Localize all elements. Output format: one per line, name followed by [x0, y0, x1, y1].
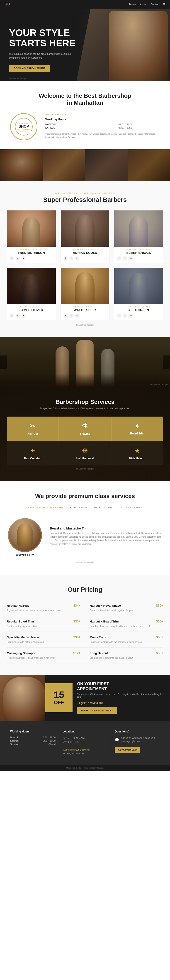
pricing-name-2: Haircut + Royal Shave: [90, 604, 121, 607]
tab-beard-trim[interactable]: BEARD AND MUSTACHE TRIM: [24, 504, 66, 511]
barber-card-2: BARBER / STYLIST ADRIAN SCOLD f t in: [61, 210, 110, 263]
discount-man: [0, 675, 45, 721]
twitter-icon-2[interactable]: t: [69, 256, 74, 261]
pricing-item-4: Haircut + Beard Trim $65+ Beard or shave…: [85, 616, 163, 632]
barbers-grid: BARBER / STYLIST FRED MORRISON f t in BA…: [7, 210, 163, 320]
pricing-price-3: $35+: [73, 620, 80, 623]
discount-phone: +1 (495) 123 456 789: [77, 702, 165, 705]
whatsapp-icon: 💬: [115, 738, 119, 742]
nav-about[interactable]: About: [140, 3, 146, 6]
footer-location-heading: Location: [63, 730, 107, 733]
twitter-icon-5[interactable]: t: [69, 313, 74, 318]
service-shaving[interactable]: ⚗ Shaving: [59, 417, 111, 441]
discount-percent: 15 OFF: [45, 683, 72, 712]
svg-text:BARBER: BARBER: [19, 123, 29, 124]
barber-photo-1: [7, 210, 56, 247]
barbers-section: WE CAN MAKE YOUR AWESOMENESS Super Profe…: [0, 181, 170, 337]
nav-logo: GO: [5, 2, 10, 6]
welcome-grid: BARBER SHOP BY MANHATTAN +98 123 456 32 …: [9, 113, 161, 140]
pricing-desc-6: Enhance your look with the permanent col…: [90, 640, 163, 644]
premium-avatar-name: WALTER LILLY: [7, 554, 43, 557]
hours-grid: MON-THU 09:00 – 21:00 SAT-SUN 09:00 – 19…: [45, 123, 161, 129]
service-kids-haircut[interactable]: ★ Kids Haircut: [111, 441, 163, 465]
instagram-icon-3[interactable]: in: [129, 256, 133, 261]
facebook-icon-2[interactable]: f: [64, 256, 67, 261]
barber-photo-6: [114, 268, 163, 304]
twitter-icon-4[interactable]: t: [16, 313, 20, 318]
slider-prev-button[interactable]: ‹: [0, 355, 7, 369]
pricing-price-8: $55+: [156, 651, 163, 655]
services-heading: Barbershop Services: [7, 398, 163, 406]
pricing-header-5: Specialty Men's Haircut $34+: [7, 635, 80, 639]
footer-contact-button[interactable]: CONTACT US NOW: [115, 747, 140, 753]
footer-info: Working Hours Mon - Fri 8:30 – 19:00 Sat…: [0, 721, 170, 765]
hours-time-1: 09:00 – 21:00: [119, 123, 161, 126]
instagram-icon-5[interactable]: in: [75, 313, 79, 318]
service-hair-removal[interactable]: ❋ Hair Removal: [59, 441, 111, 465]
footer-location-col: Location 17 Green St, New York,NY 10001,…: [59, 730, 111, 756]
service-haircut-label: Hair Cut: [27, 432, 38, 435]
welcome-info: +98 123 456 32 11 Working Hours MON-THU …: [45, 113, 161, 139]
service-beard-trim[interactable]: ♦ Beard Trim: [111, 417, 163, 441]
pricing-item-7: Massaging Shampoo $12+ Relaxing shampoo …: [7, 648, 85, 663]
footer-hours-day-1: Mon - Fri: [10, 736, 19, 739]
footer-questions-heading: Questions?: [115, 730, 160, 733]
discount-cta-button[interactable]: BOOK AN APPOINTMENT: [77, 707, 117, 714]
service-beard-label: Beard Trim: [130, 432, 144, 435]
service-coloring-label: Hair Coloring: [24, 457, 41, 460]
twitter-icon-1[interactable]: t: [16, 256, 20, 261]
svg-text:BY MANHATTAN: BY MANHATTAN: [17, 129, 30, 130]
instagram-icon-1[interactable]: in: [21, 256, 26, 261]
pricing-name-5: Specialty Men's Haircut: [7, 636, 40, 639]
instagram-icon-6[interactable]: in: [129, 313, 133, 318]
facebook-icon-1[interactable]: f: [10, 256, 14, 261]
footer-whatsapp-text: Add us on WhatsApp & send us a message r…: [121, 736, 160, 743]
footer-hours-heading: Working Hours: [10, 730, 56, 733]
book-appointment-button[interactable]: BOOK AN APPOINTMENT: [9, 65, 50, 72]
tab-cuts-fades[interactable]: CUTS AND FADES: [117, 504, 146, 511]
pricing-header-1: Regular Haircut $34+: [7, 604, 80, 607]
discount-heading: ON YOUR FIRSTAPPOINTMENT: [77, 681, 165, 691]
pricing-price-7: $12+: [73, 651, 80, 655]
gallery-cell-4: [128, 150, 170, 181]
instagram-icon-2[interactable]: in: [75, 256, 79, 261]
pricing-desc-1: A great hair cut is the best accessory a…: [7, 609, 80, 612]
tab-royal-shave[interactable]: ROYAL SHAVE: [66, 504, 90, 511]
barber-name-3: ELMER BRIGGS: [114, 251, 163, 256]
svg-text:SHOP: SHOP: [19, 124, 29, 128]
instagram-icon-4[interactable]: in: [21, 313, 26, 318]
services-section: Barbershop Services Sample text. Click t…: [0, 387, 170, 481]
footer-hours-row-2: Saturday 9:00 – 18:00: [10, 740, 56, 742]
facebook-icon-3[interactable]: f: [117, 256, 121, 261]
footer-email[interactable]: support@barber-shop.com: [63, 749, 90, 751]
services-attribution: Image from Freepik: [7, 468, 163, 470]
barber-photo-2: [61, 210, 109, 247]
services-grid: ✂ Hair Cut ⚗ Shaving ♦ Beard Trim ✦ Hair…: [7, 417, 163, 465]
welcome-section: Welcome to the Best Barbershopin Manhatt…: [0, 81, 170, 150]
premium-service-name: Beard and Mustache Trim: [50, 527, 163, 530]
facebook-icon-6[interactable]: f: [117, 313, 121, 318]
pricing-item-2: Haircut + Royal Shave $60+ Our exception…: [85, 600, 163, 616]
scissors-icon: ✂: [30, 422, 35, 430]
hero-attribution: Image from Freepik: [9, 77, 27, 80]
facebook-icon-4[interactable]: f: [10, 313, 14, 318]
twitter-icon-6[interactable]: t: [123, 313, 127, 318]
discount-body: Sample text. Click to select the text bo…: [77, 693, 165, 698]
tab-hair-coloring[interactable]: HAIR COLORING: [91, 504, 117, 511]
barber-role-4: BARBER / STYLIST: [7, 304, 56, 308]
service-haircut[interactable]: ✂ Hair Cut: [7, 417, 59, 441]
pricing-header-2: Haircut + Royal Shave $60+: [90, 604, 163, 607]
kids-icon: ★: [134, 447, 140, 455]
nav-menu[interactable]: ☰: [163, 3, 165, 6]
nav-contact[interactable]: Contact: [151, 3, 159, 6]
twitter-icon-3[interactable]: t: [123, 256, 127, 261]
barber-name-1: FRED MORRISON: [7, 251, 56, 256]
slider-next-button[interactable]: ›: [163, 355, 170, 369]
premium-attribution: Image from Freepik: [7, 561, 163, 563]
service-hair-coloring[interactable]: ✦ Hair Coloring: [7, 441, 59, 465]
nav-home[interactable]: Home: [129, 3, 136, 6]
premium-section: We provide premium class services BEARD …: [0, 481, 170, 575]
facebook-icon-5[interactable]: f: [64, 313, 67, 318]
footer-address: 17 Green St, New York,NY 10001, USA supp…: [63, 736, 107, 756]
footer-hours-time-2: 9:00 – 18:00: [43, 740, 56, 742]
